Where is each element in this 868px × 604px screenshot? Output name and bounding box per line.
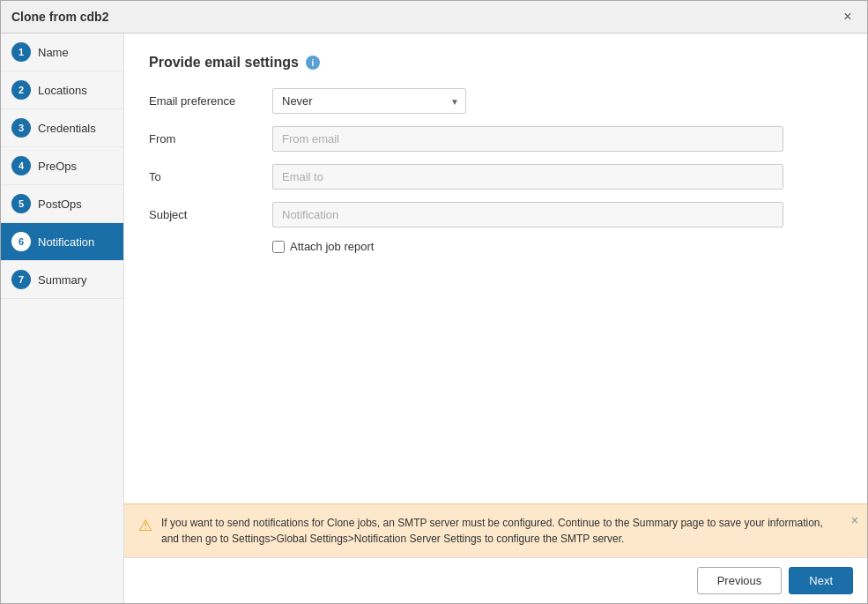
previous-button[interactable]: Previous [697,567,783,594]
content-area: Provide email settings i Email preferenc… [124,34,867,503]
sidebar-label-notification: Notification [38,235,94,249]
attach-report-label: Attach job report [290,240,374,253]
email-preference-label: Email preference [149,94,272,108]
subject-row: Subject [149,202,842,227]
sidebar-label-locations: Locations [38,84,87,97]
warning-text: If you want to send notifications for Cl… [161,515,832,547]
from-input[interactable] [272,126,783,152]
from-control [272,126,783,152]
attach-report-checkbox[interactable] [272,241,285,253]
subject-control [272,202,783,227]
to-control [272,164,783,190]
sidebar-item-summary[interactable]: 7 Summary [1,261,123,299]
to-row: To [149,164,842,190]
sidebar-label-postops: PostOps [38,198,82,211]
to-label: To [149,170,272,183]
sidebar-item-locations[interactable]: 2 Locations [1,71,123,109]
next-button[interactable]: Next [789,567,853,594]
dialog-titlebar: Clone from cdb2 × [1,1,867,34]
dialog-title: Clone from cdb2 [11,10,108,24]
clone-dialog: Clone from cdb2 × 1 Name 2 Locations 3 C… [0,0,868,604]
sidebar-item-notification[interactable]: 6 Notification [1,223,123,261]
sidebar: 1 Name 2 Locations 3 Credentials 4 PreOp… [1,34,124,603]
step-badge-3: 3 [11,118,31,138]
sidebar-item-preops[interactable]: 4 PreOps [1,147,123,185]
step-badge-1: 1 [11,42,31,62]
sidebar-item-postops[interactable]: 5 PostOps [1,185,123,223]
email-preference-select[interactable]: Never Always On Failure [272,88,466,114]
attach-report-row: Attach job report [272,240,842,253]
sidebar-label-name: Name [38,46,69,59]
sidebar-item-credentials[interactable]: 3 Credentials [1,109,123,147]
step-badge-7: 7 [11,270,31,289]
email-preference-select-wrapper: Never Always On Failure ▼ [272,88,466,114]
step-badge-4: 4 [11,156,31,175]
to-input[interactable] [272,164,783,190]
section-title-text: Provide email settings [149,55,299,71]
step-badge-6: 6 [11,232,31,251]
close-button[interactable]: × [839,8,857,26]
from-row: From [149,126,842,152]
section-title: Provide email settings i [149,55,842,71]
warning-banner: ⚠ If you want to send notifications for … [124,503,867,557]
info-icon[interactable]: i [306,56,320,70]
step-badge-2: 2 [11,80,31,100]
sidebar-item-name[interactable]: 1 Name [1,34,123,71]
main-content: Provide email settings i Email preferenc… [124,34,867,603]
dialog-footer: Previous Next [124,557,867,603]
sidebar-label-preops: PreOps [38,160,77,173]
email-preference-row: Email preference Never Always On Failure… [149,88,842,114]
from-label: From [149,132,272,145]
subject-input[interactable] [272,202,783,227]
dialog-body: 1 Name 2 Locations 3 Credentials 4 PreOp… [1,34,867,603]
sidebar-label-credentials: Credentials [38,122,96,135]
warning-icon: ⚠ [138,516,152,535]
subject-label: Subject [149,208,272,221]
step-badge-5: 5 [11,194,31,213]
warning-close-button[interactable]: × [851,513,858,527]
sidebar-label-summary: Summary [38,273,87,287]
